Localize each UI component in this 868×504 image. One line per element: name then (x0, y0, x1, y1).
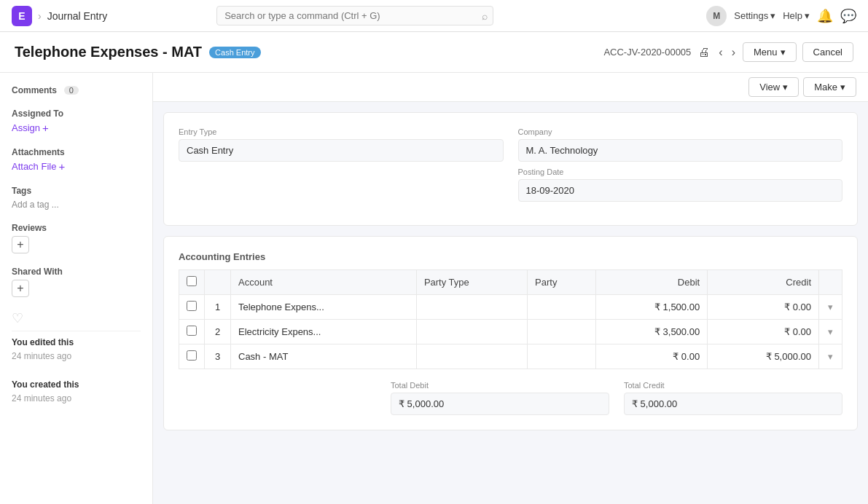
form-card: Entry Type Cash Entry Company M. A. Tech… (163, 112, 858, 226)
entry-type-group: Entry Type Cash Entry (179, 127, 504, 202)
make-button[interactable]: Make ▾ (803, 77, 856, 97)
sidebar: Comments 0 Assigned To Assign + Attachme… (0, 73, 153, 504)
document-id: ACC-JV-2020-00005 (603, 47, 691, 58)
accounting-entries-card: Accounting Entries Account Party Type Pa… (163, 236, 858, 430)
app-logo[interactable]: E (12, 6, 32, 26)
row-checkbox[interactable] (187, 301, 197, 311)
row-checkbox-cell[interactable] (179, 344, 205, 369)
next-button[interactable]: › (730, 44, 737, 60)
row-dropdown[interactable]: ▾ (819, 320, 842, 344)
sidebar-comments: Comments 0 (12, 84, 141, 95)
row-party (528, 295, 596, 320)
company-value: M. A. Technology (518, 139, 843, 162)
sidebar-reviews: Reviews + (12, 223, 141, 253)
attach-file-link[interactable]: Attach File + (12, 160, 65, 173)
row-num: 1 (205, 295, 231, 320)
col-checkbox (179, 270, 205, 295)
page-header: Telephone Expenses - MAT Cash Entry ACC-… (0, 32, 868, 73)
add-tag-input[interactable]: Add a tag ... (12, 200, 59, 210)
comments-count: 0 (64, 86, 79, 95)
posting-date-value: 18-09-2020 (518, 179, 843, 202)
col-credit: Credit (708, 270, 819, 295)
row-debit: ₹ 0.00 (596, 344, 708, 369)
menu-button[interactable]: Menu ▾ (743, 42, 797, 62)
add-review-button[interactable]: + (12, 236, 29, 253)
row-party-type (416, 344, 527, 369)
avatar[interactable]: M (706, 6, 727, 26)
company-group: Company M. A. Technology Posting Date 18… (518, 127, 843, 202)
layout: Comments 0 Assigned To Assign + Attachme… (0, 73, 868, 504)
row-account: Cash - MAT (231, 344, 417, 369)
sidebar-shared-with: Shared With + (12, 267, 141, 297)
settings-button[interactable]: Settings ▾ (734, 10, 775, 21)
row-checkbox-cell[interactable] (179, 320, 205, 344)
row-credit: ₹ 5,000.00 (708, 344, 819, 369)
print-button[interactable]: 🖨 (697, 44, 711, 60)
col-num (205, 270, 231, 295)
row-checkbox-cell[interactable] (179, 295, 205, 320)
total-debit-group: Total Debit ₹ 5,000.00 (391, 381, 609, 415)
total-credit-group: Total Credit ₹ 5,000.00 (624, 381, 842, 415)
search-input[interactable] (216, 6, 493, 25)
col-party: Party (528, 270, 596, 295)
col-debit: Debit (596, 270, 708, 295)
row-num: 3 (205, 344, 231, 369)
page-title: Telephone Expenses - MAT (15, 44, 202, 60)
total-debit-label: Total Debit (391, 381, 609, 390)
activity-item-2: You created this 24 minutes ago (12, 378, 141, 406)
row-party (528, 344, 596, 369)
view-button[interactable]: View ▾ (748, 77, 799, 97)
entries-table: Account Party Type Party Debit Credit 1 … (179, 269, 842, 369)
prev-button[interactable]: ‹ (717, 44, 724, 60)
total-credit-label: Total Credit (624, 381, 842, 390)
assign-link[interactable]: Assign + (12, 122, 49, 134)
row-dropdown[interactable]: ▾ (819, 295, 842, 320)
col-party-type: Party Type (416, 270, 527, 295)
view-chevron-icon: ▾ (783, 82, 788, 92)
search-icon: ⌕ (482, 10, 488, 22)
status-badge: Cash Entry (209, 47, 260, 58)
row-party (528, 320, 596, 344)
breadcrumb-chevron: › (38, 10, 42, 22)
attach-plus-icon: + (58, 160, 65, 173)
accounting-entries-title: Accounting Entries (179, 251, 842, 262)
page-header-actions: ACC-JV-2020-00005 🖨 ‹ › Menu ▾ Cancel (603, 42, 853, 62)
notifications-icon[interactable]: 🔔 (817, 8, 833, 24)
entry-type-value: Cash Entry (179, 139, 504, 162)
row-num: 2 (205, 320, 231, 344)
sidebar-tags: Tags Add a tag ... (12, 186, 141, 210)
select-all-checkbox[interactable] (187, 276, 197, 286)
search-container: ⌕ (216, 6, 493, 25)
row-party-type (416, 295, 527, 320)
like-icon[interactable]: ♡ (12, 310, 141, 326)
totals-section: Total Debit ₹ 5,000.00 Total Credit ₹ 5,… (179, 381, 842, 415)
form-row-1: Entry Type Cash Entry Company M. A. Tech… (179, 127, 842, 202)
make-chevron-icon: ▾ (840, 82, 845, 92)
col-account: Account (231, 270, 417, 295)
topnav-right: M Settings ▾ Help ▾ 🔔 💬 (706, 6, 856, 26)
row-account: Electricity Expens... (231, 320, 417, 344)
cancel-button[interactable]: Cancel (802, 42, 853, 62)
breadcrumb-page-name: Journal Entry (47, 10, 107, 22)
menu-chevron-icon: ▾ (781, 47, 786, 58)
row-credit: ₹ 0.00 (708, 320, 819, 344)
row-checkbox[interactable] (187, 326, 197, 336)
row-checkbox[interactable] (187, 350, 197, 361)
table-row: 1 Telephone Expens... ₹ 1,500.00 ₹ 0.00 … (179, 295, 842, 320)
assign-plus-icon: + (42, 122, 49, 134)
row-dropdown[interactable]: ▾ (819, 344, 842, 369)
add-shared-button[interactable]: + (12, 280, 29, 297)
help-button[interactable]: Help ▾ (783, 10, 810, 21)
total-credit-value: ₹ 5,000.00 (624, 393, 842, 415)
sidebar-attachments: Attachments Attach File + (12, 147, 141, 173)
row-party-type (416, 320, 527, 344)
settings-chevron-icon: ▾ (770, 10, 775, 21)
row-credit: ₹ 0.00 (708, 295, 819, 320)
sidebar-assigned-to: Assigned To Assign + (12, 109, 141, 134)
main-content: View ▾ Make ▾ Entry Type Cash Entry Comp… (153, 73, 868, 504)
topnav: E › Journal Entry ⌕ M Settings ▾ Help ▾ … (0, 0, 868, 32)
row-debit: ₹ 3,500.00 (596, 320, 708, 344)
chat-icon[interactable]: 💬 (840, 8, 856, 24)
activity-log: You edited this 24 minutes ago You creat… (12, 336, 141, 406)
content-toolbar: View ▾ Make ▾ (153, 73, 868, 102)
